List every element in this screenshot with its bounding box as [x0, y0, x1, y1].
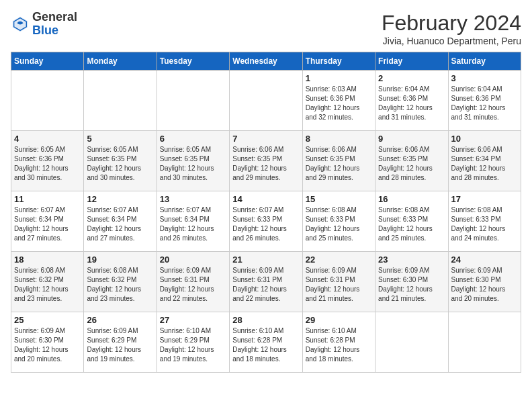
calendar-cell — [157, 71, 229, 131]
calendar-cell: 10Sunrise: 6:06 AMSunset: 6:34 PMDayligh… — [448, 131, 521, 191]
calendar-week-5: 25Sunrise: 6:09 AMSunset: 6:30 PMDayligh… — [11, 312, 521, 373]
column-header-thursday: Thursday — [302, 52, 375, 71]
page-header: General Blue February 2024 Jivia, Huanuc… — [11, 11, 521, 46]
calendar-cell: 3Sunrise: 6:04 AMSunset: 6:36 PMDaylight… — [448, 71, 521, 131]
calendar-cell — [448, 312, 521, 373]
logo-general-text: General — [32, 10, 77, 24]
calendar-cell: 18Sunrise: 6:08 AMSunset: 6:32 PMDayligh… — [11, 252, 84, 312]
day-number: 14 — [232, 194, 299, 204]
calendar-table: SundayMondayTuesdayWednesdayThursdayFrid… — [11, 52, 521, 373]
day-info: Sunrise: 6:09 AMSunset: 6:30 PMDaylight:… — [14, 326, 81, 364]
day-info: Sunrise: 6:05 AMSunset: 6:35 PMDaylight:… — [160, 145, 226, 183]
day-number: 7 — [232, 134, 299, 144]
day-info: Sunrise: 6:05 AMSunset: 6:36 PMDaylight:… — [14, 145, 81, 183]
day-number: 3 — [451, 73, 518, 83]
column-header-sunday: Sunday — [11, 52, 84, 71]
day-info: Sunrise: 6:08 AMSunset: 6:33 PMDaylight:… — [451, 205, 518, 243]
day-number: 18 — [14, 255, 81, 265]
calendar-cell: 6Sunrise: 6:05 AMSunset: 6:35 PMDaylight… — [157, 131, 229, 191]
day-number: 26 — [87, 315, 153, 325]
day-number: 12 — [87, 194, 153, 204]
day-info: Sunrise: 6:09 AMSunset: 6:31 PMDaylight:… — [306, 266, 372, 304]
day-number: 27 — [160, 315, 226, 325]
column-header-tuesday: Tuesday — [157, 52, 229, 71]
logo: General Blue — [11, 11, 77, 38]
day-number: 24 — [451, 255, 518, 265]
calendar-cell: 22Sunrise: 6:09 AMSunset: 6:31 PMDayligh… — [302, 252, 375, 312]
day-info: Sunrise: 6:07 AMSunset: 6:34 PMDaylight:… — [87, 205, 153, 243]
calendar-cell: 17Sunrise: 6:08 AMSunset: 6:33 PMDayligh… — [448, 191, 521, 252]
day-info: Sunrise: 6:06 AMSunset: 6:35 PMDaylight:… — [306, 145, 372, 183]
calendar-cell: 9Sunrise: 6:06 AMSunset: 6:35 PMDaylight… — [375, 131, 448, 191]
calendar-cell: 12Sunrise: 6:07 AMSunset: 6:34 PMDayligh… — [84, 191, 157, 252]
day-number: 9 — [378, 134, 445, 144]
calendar-cell: 21Sunrise: 6:09 AMSunset: 6:31 PMDayligh… — [230, 252, 302, 312]
column-header-wednesday: Wednesday — [230, 52, 302, 71]
calendar-cell — [375, 312, 448, 373]
calendar-cell: 28Sunrise: 6:10 AMSunset: 6:28 PMDayligh… — [230, 312, 302, 373]
day-info: Sunrise: 6:10 AMSunset: 6:28 PMDaylight:… — [232, 326, 299, 364]
day-number: 15 — [306, 194, 372, 204]
calendar-cell: 29Sunrise: 6:10 AMSunset: 6:28 PMDayligh… — [302, 312, 375, 373]
day-number: 25 — [14, 315, 81, 325]
day-info: Sunrise: 6:10 AMSunset: 6:28 PMDaylight:… — [306, 326, 372, 364]
location-text: Jivia, Huanuco Department, Peru — [382, 36, 521, 46]
calendar-cell: 25Sunrise: 6:09 AMSunset: 6:30 PMDayligh… — [11, 312, 84, 373]
day-number: 23 — [378, 255, 445, 265]
calendar-cell: 1Sunrise: 6:03 AMSunset: 6:36 PMDaylight… — [302, 71, 375, 131]
calendar-cell: 4Sunrise: 6:05 AMSunset: 6:36 PMDaylight… — [11, 131, 84, 191]
calendar-cell: 16Sunrise: 6:08 AMSunset: 6:33 PMDayligh… — [375, 191, 448, 252]
day-info: Sunrise: 6:08 AMSunset: 6:33 PMDaylight:… — [306, 205, 372, 243]
calendar-cell: 5Sunrise: 6:05 AMSunset: 6:35 PMDaylight… — [84, 131, 157, 191]
day-info: Sunrise: 6:09 AMSunset: 6:31 PMDaylight:… — [160, 266, 226, 304]
day-info: Sunrise: 6:07 AMSunset: 6:34 PMDaylight:… — [160, 205, 226, 243]
calendar-week-3: 11Sunrise: 6:07 AMSunset: 6:34 PMDayligh… — [11, 191, 521, 252]
calendar-cell: 11Sunrise: 6:07 AMSunset: 6:34 PMDayligh… — [11, 191, 84, 252]
day-info: Sunrise: 6:06 AMSunset: 6:35 PMDaylight:… — [378, 145, 445, 183]
day-number: 19 — [87, 255, 153, 265]
day-number: 5 — [87, 134, 153, 144]
calendar-cell — [230, 71, 302, 131]
day-number: 2 — [378, 73, 445, 83]
calendar-cell: 26Sunrise: 6:09 AMSunset: 6:29 PMDayligh… — [84, 312, 157, 373]
day-info: Sunrise: 6:09 AMSunset: 6:31 PMDaylight:… — [232, 266, 299, 304]
day-number: 10 — [451, 134, 518, 144]
calendar-cell: 8Sunrise: 6:06 AMSunset: 6:35 PMDaylight… — [302, 131, 375, 191]
logo-blue-text: Blue — [32, 24, 58, 37]
day-number: 8 — [306, 134, 372, 144]
day-info: Sunrise: 6:08 AMSunset: 6:32 PMDaylight:… — [14, 266, 81, 304]
day-number: 11 — [14, 194, 81, 204]
day-info: Sunrise: 6:07 AMSunset: 6:33 PMDaylight:… — [232, 205, 299, 243]
day-number: 1 — [306, 73, 372, 83]
day-info: Sunrise: 6:10 AMSunset: 6:29 PMDaylight:… — [160, 326, 226, 364]
day-info: Sunrise: 6:03 AMSunset: 6:36 PMDaylight:… — [306, 85, 372, 122]
calendar-cell: 23Sunrise: 6:09 AMSunset: 6:30 PMDayligh… — [375, 252, 448, 312]
day-info: Sunrise: 6:09 AMSunset: 6:30 PMDaylight:… — [378, 266, 445, 304]
calendar-cell: 19Sunrise: 6:08 AMSunset: 6:32 PMDayligh… — [84, 252, 157, 312]
logo-icon — [11, 15, 30, 34]
calendar-cell: 2Sunrise: 6:04 AMSunset: 6:36 PMDaylight… — [375, 71, 448, 131]
day-number: 29 — [306, 315, 372, 325]
calendar-cell: 15Sunrise: 6:08 AMSunset: 6:33 PMDayligh… — [302, 191, 375, 252]
day-number: 17 — [451, 194, 518, 204]
calendar-week-1: 1Sunrise: 6:03 AMSunset: 6:36 PMDaylight… — [11, 71, 521, 131]
day-number: 22 — [306, 255, 372, 265]
calendar-cell: 13Sunrise: 6:07 AMSunset: 6:34 PMDayligh… — [157, 191, 229, 252]
calendar-cell: 14Sunrise: 6:07 AMSunset: 6:33 PMDayligh… — [230, 191, 302, 252]
calendar-cell: 20Sunrise: 6:09 AMSunset: 6:31 PMDayligh… — [157, 252, 229, 312]
day-number: 28 — [232, 315, 299, 325]
column-header-friday: Friday — [375, 52, 448, 71]
month-title: February 2024 — [382, 11, 521, 36]
calendar-week-2: 4Sunrise: 6:05 AMSunset: 6:36 PMDaylight… — [11, 131, 521, 191]
header-row: SundayMondayTuesdayWednesdayThursdayFrid… — [11, 52, 521, 71]
day-number: 16 — [378, 194, 445, 204]
title-block: February 2024 Jivia, Huanuco Department,… — [382, 11, 521, 46]
calendar-cell: 7Sunrise: 6:06 AMSunset: 6:35 PMDaylight… — [230, 131, 302, 191]
day-info: Sunrise: 6:04 AMSunset: 6:36 PMDaylight:… — [451, 85, 518, 122]
day-info: Sunrise: 6:06 AMSunset: 6:35 PMDaylight:… — [232, 145, 299, 183]
calendar-cell — [84, 71, 157, 131]
day-info: Sunrise: 6:04 AMSunset: 6:36 PMDaylight:… — [378, 85, 445, 122]
day-info: Sunrise: 6:09 AMSunset: 6:30 PMDaylight:… — [451, 266, 518, 304]
calendar-cell: 24Sunrise: 6:09 AMSunset: 6:30 PMDayligh… — [448, 252, 521, 312]
day-number: 6 — [160, 134, 226, 144]
